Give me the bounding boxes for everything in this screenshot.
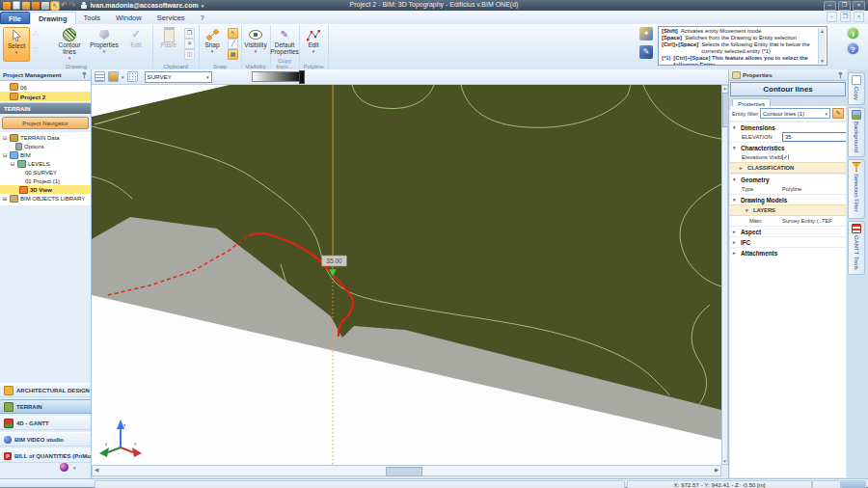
transparency-slider[interactable] [252, 71, 304, 82]
more-options-caret-icon[interactable]: ▾ [73, 465, 76, 471]
project-navigator-button[interactable]: Project Navigator [2, 117, 89, 129]
elevation-input[interactable]: 35 [782, 132, 846, 142]
vertical-scrollbar[interactable]: ▲▼ [721, 85, 728, 465]
tree-item-00-survey[interactable]: 00 SURVEY [0, 168, 91, 176]
properties-panel: Properties Contour lines Properties Enti… [728, 69, 847, 478]
tree-item-3d-view[interactable]: 3D View [0, 185, 91, 194]
window-controls: – ❐ × [824, 1, 865, 11]
slider-handle[interactable] [299, 70, 305, 84]
module-bill-of-quantities[interactable]: P BILL of QUANTITIES (PriMus) [0, 448, 91, 463]
help-line: (*1) [Ctrl]+[Space] This feature allows … [662, 55, 818, 66]
minimize-icon[interactable]: – [824, 1, 836, 11]
bim-icon [10, 151, 18, 159]
scroll-down-icon[interactable]: ▼ [722, 459, 726, 464]
help-line: [Space] Switches from the Drawing to Ent… [662, 35, 818, 41]
tree-item-terrain-data[interactable]: ⊟ TERRAIN Data [0, 133, 91, 142]
tab-drawing[interactable]: Drawing [30, 12, 76, 24]
selection-hint-icon: ✎ [639, 45, 653, 59]
grid-icon[interactable] [127, 71, 138, 82]
default-properties-button[interactable]: ✎ Default Properties [271, 27, 298, 62]
select-caret-icon: ▾ [15, 50, 18, 55]
level-select[interactable]: SURVEY ▾ [145, 71, 212, 83]
module-bim-video-studio[interactable]: BIM VIDEO studio [0, 432, 91, 447]
side-tab-copy[interactable]: Copy [848, 72, 865, 105]
tab-window[interactable]: Window [108, 12, 149, 24]
section-attachments[interactable]: ▸ Attachments [730, 247, 846, 258]
cut-icon[interactable]: ✕ [184, 39, 195, 49]
duplicate-icon[interactable]: ◫ [184, 49, 195, 60]
layers-row[interactable]: ▾ LAYERS [730, 204, 846, 216]
open-folder-icon[interactable] [108, 71, 119, 82]
tree-item-bim-objects-library[interactable]: ⊞ BIM OBJECTS LIBRARY [0, 194, 91, 203]
doc-minimize-icon[interactable]: – [827, 12, 837, 22]
tab-tools[interactable]: Tools [76, 12, 109, 24]
contour-lines-button[interactable]: Contour lines ▾ [53, 27, 86, 62]
scroll-left-icon[interactable]: ◀ [95, 467, 98, 473]
scroll-up-icon[interactable]: △ [33, 29, 38, 37]
scroll-down-icon[interactable]: ▽ [33, 46, 38, 54]
expand-icon[interactable]: ⊞ [2, 195, 8, 202]
status-grip[interactable] [841, 480, 866, 488]
section-drawing-models[interactable]: ▾ Drawing Models [730, 194, 846, 204]
collapse-icon[interactable]: ⊟ [2, 151, 8, 158]
section-geometry[interactable]: ▾ Geometry [730, 174, 846, 184]
section-characteristics[interactable]: ▾ Characteristics [730, 142, 846, 152]
tree-item-bim[interactable]: ⊟ BIM [0, 150, 91, 159]
section-aspect[interactable]: ▸ Aspect [730, 226, 846, 236]
tree-item-01-project[interactable]: 01 Project (1) [0, 176, 91, 185]
side-tab-background[interactable]: Background [848, 107, 865, 157]
snap-line-toggle-icon[interactable]: ╱ [228, 39, 238, 49]
snap-grid-toggle-icon[interactable]: ▦ [228, 49, 238, 60]
horizontal-scroll-thumb[interactable] [386, 467, 422, 476]
classification-row[interactable]: ▸ CLASSIFICATION [730, 162, 846, 174]
pin-icon[interactable] [81, 71, 88, 78]
view-list-icon[interactable] [95, 71, 105, 82]
section-dimensions[interactable]: ▾ Dimensions [730, 122, 846, 132]
project-item[interactable]: 06 [0, 82, 91, 92]
select-button[interactable]: Select ▾ [3, 27, 30, 62]
module-4d-gantt[interactable]: 4D - GANTT [0, 416, 91, 430]
side-tab-selection-filter[interactable]: Selection Filter [848, 159, 865, 219]
collapse-icon[interactable]: ⊟ [2, 134, 8, 141]
edit-polyline-button[interactable]: Edit ▾ [301, 27, 326, 62]
wrench-icon [15, 143, 22, 150]
status-bar: X: 972.57 - Y: 942.41 - Z: -0.50 [m] [0, 478, 868, 488]
collapse-icon[interactable]: ⊟ [10, 160, 15, 167]
tab-services[interactable]: Services [149, 12, 193, 24]
info-button[interactable]: i [847, 27, 859, 40]
close-icon[interactable]: × [853, 1, 865, 11]
pin-icon[interactable] [837, 71, 844, 78]
scroll-right-icon[interactable]: ▶ [715, 467, 719, 473]
copy-icon[interactable]: ❐ [184, 28, 195, 39]
scroll-up-icon[interactable]: ▲ [820, 28, 825, 34]
contour-caret-icon: ▾ [68, 56, 71, 61]
module-architectural-design[interactable]: ARCHITECTURAL DESIGN [0, 383, 91, 397]
scroll-down-icon[interactable]: ▼ [820, 58, 825, 64]
snap-button[interactable]: Snap ▾ [201, 27, 224, 62]
module-terrain[interactable]: TERRAIN [0, 399, 91, 414]
3d-viewport[interactable]: 35.00 z y x [92, 85, 721, 465]
visibility-button[interactable]: Visibility ▾ [242, 27, 269, 62]
elevation-tooltip: 35.00 [322, 256, 347, 266]
project-item-selected[interactable]: Project 2 [0, 92, 91, 101]
restore-icon[interactable]: ❐ [838, 1, 851, 11]
help-button[interactable]: ? [847, 42, 859, 55]
doc-restore-icon[interactable]: ❐ [840, 12, 851, 22]
tab-help[interactable]: ? [192, 12, 211, 24]
color-palette-icon[interactable] [60, 463, 68, 472]
tree-item-options[interactable]: Options [0, 142, 91, 150]
tab-file[interactable]: File [0, 12, 30, 24]
side-tab-gantt-tools[interactable]: GANTT Tools [848, 221, 865, 275]
entity-filter-select[interactable]: Contour lines (1) ▾ [760, 108, 830, 119]
filter-icon [852, 162, 861, 172]
properties-button[interactable]: Properties ▾ [89, 27, 120, 62]
snap-cursor-toggle-icon[interactable]: ↖ [228, 28, 238, 39]
help-scrollbar[interactable]: ▲▼ [818, 28, 826, 64]
elevations-visible-checkbox[interactable]: ✓ [782, 154, 789, 160]
section-ifc[interactable]: ▸ IFC [730, 236, 846, 247]
doc-close-icon[interactable]: × [854, 12, 864, 22]
edit-filter-icon[interactable]: ✎ [832, 108, 844, 119]
folder-caret-icon[interactable]: ▾ [122, 74, 124, 80]
tree-item-levels[interactable]: ⊟ LEVELS [0, 159, 91, 168]
scroll-up-icon[interactable]: ▲ [722, 86, 726, 91]
